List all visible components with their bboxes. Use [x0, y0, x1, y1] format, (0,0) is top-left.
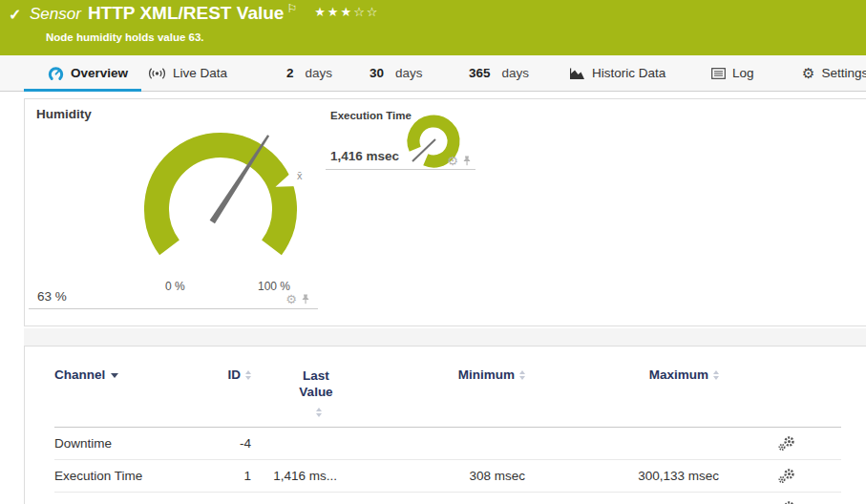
channel-settings-icon[interactable] — [778, 436, 841, 452]
header-minimum[interactable]: Minimum — [458, 368, 525, 382]
humidity-panel-actions: ⚙ — [285, 293, 310, 305]
cell-maximum: 300,133 msec — [638, 469, 719, 483]
prtg-sensor-page: ✓ SensorHTTP XML/REST Value⚐★★★☆☆ Node h… — [0, 0, 866, 504]
tab-30-days-number: 30 — [370, 66, 384, 80]
tab-log[interactable]: Log — [711, 55, 754, 91]
sort-up-arrow — [316, 408, 322, 411]
header-last-line2: Value — [299, 385, 332, 399]
area-chart-icon — [569, 67, 585, 79]
stars-empty[interactable]: ☆☆ — [353, 5, 379, 19]
header-last-value[interactable]: Last Value — [251, 368, 337, 417]
sensor-status-message: Node humidity holds value 63. — [46, 32, 204, 43]
gear-icon: ⚙ — [802, 66, 814, 80]
active-tab-underline — [24, 89, 141, 92]
tab-365-days-unit: days — [502, 66, 530, 80]
table-row-humidity[interactable]: Humidity 0 63 % 18 % 100 % — [54, 493, 841, 504]
pin-icon[interactable] — [301, 294, 310, 304]
tab-30-days[interactable]: 30 days — [370, 55, 423, 91]
tab-365-days-number: 365 — [469, 66, 491, 80]
pin-icon[interactable] — [462, 156, 472, 166]
tab-live-data[interactable]: Live Data — [148, 55, 227, 91]
table-row-downtime[interactable]: Downtime -4 — [54, 428, 841, 460]
tab-overview[interactable]: Overview — [48, 55, 128, 91]
gauge-max-label: 100 % — [258, 280, 290, 293]
tab-historic-data-label: Historic Data — [592, 66, 665, 80]
log-list-icon — [711, 68, 726, 79]
sort-desc-icon — [111, 373, 118, 378]
execution-time-value: 1,416 msec — [330, 149, 399, 163]
priority-stars[interactable]: ★★★☆☆ — [314, 5, 379, 19]
header-maximum-label: Maximum — [649, 368, 708, 382]
sensor-kind-label: Sensor — [30, 5, 81, 23]
sort-up-arrow — [519, 370, 525, 374]
gauge-icon — [48, 66, 64, 81]
tab-2-days-unit: days — [306, 66, 333, 80]
header-id[interactable]: ID — [228, 368, 252, 382]
header-channel[interactable]: Channel — [54, 368, 118, 382]
tab-30-days-unit: days — [395, 66, 423, 80]
sort-up-arrow — [713, 370, 719, 374]
sensor-title-line: SensorHTTP XML/REST Value⚐★★★☆☆ — [30, 3, 379, 24]
header-minimum-label: Minimum — [458, 368, 515, 382]
cell-channel[interactable]: Execution Time — [54, 469, 142, 483]
humidity-gauge — [135, 118, 306, 290]
humidity-current-value: 63 % — [37, 289, 67, 304]
broadcast-icon — [148, 67, 166, 80]
cell-id: -4 — [240, 436, 251, 451]
flag-icon[interactable]: ⚐ — [286, 2, 297, 15]
tab-log-label: Log — [732, 66, 754, 80]
tab-365-days[interactable]: 365 days — [469, 55, 529, 91]
channels-table: Channel ID Last Value Minimum Maximum — [54, 346, 841, 504]
gauge-min-label: 0 % — [165, 280, 185, 293]
tab-overview-label: Overview — [71, 66, 128, 80]
channel-settings-icon[interactable] — [778, 469, 841, 484]
status-check-icon: ✓ — [9, 6, 21, 24]
tab-settings-label: Settings — [821, 66, 866, 80]
stars-filled[interactable]: ★★★ — [314, 5, 353, 19]
sort-icon[interactable] — [316, 408, 322, 417]
channel-settings-icon[interactable] — [778, 501, 841, 504]
tab-live-data-label: Live Data — [173, 66, 227, 80]
humidity-panel-title: Humidity — [36, 107, 92, 121]
humidity-panel: Humidity x̄ 0 % 100 % 63 % ⚙ — [29, 102, 318, 309]
sensor-title: HTTP XML/REST Value — [88, 3, 285, 23]
gear-icon[interactable]: ⚙ — [447, 155, 458, 167]
tab-2-days[interactable]: 2 days — [286, 55, 332, 91]
channels-card: Channel ID Last Value Minimum Maximum — [24, 346, 866, 504]
card-divider — [24, 328, 866, 346]
average-marker: x̄ — [297, 170, 303, 181]
table-header-row: Channel ID Last Value Minimum Maximum — [54, 346, 841, 428]
execution-time-title: Execution Time — [330, 110, 412, 121]
header-id-label: ID — [228, 368, 242, 382]
cell-last-value: 1,416 ms... — [273, 469, 337, 483]
sort-icon[interactable] — [713, 370, 719, 380]
execution-panel-actions: ⚙ — [447, 155, 472, 167]
tab-historic-data[interactable]: Historic Data — [569, 55, 665, 91]
tab-settings[interactable]: ⚙ Settings — [802, 55, 866, 91]
tab-bar: Overview Live Data 2 days 30 days 365 da… — [0, 55, 866, 92]
sensor-header: ✓ SensorHTTP XML/REST Value⚐★★★☆☆ Node h… — [0, 0, 866, 55]
sort-down-arrow — [316, 413, 322, 417]
header-channel-label: Channel — [54, 368, 105, 382]
table-row-execution-time[interactable]: Execution Time 1 1,416 ms... 308 msec 30… — [54, 460, 841, 493]
cell-id: 1 — [243, 469, 251, 483]
execution-time-panel: Execution Time 1,416 msec ⚙ — [326, 106, 475, 170]
gauges-card: Humidity x̄ 0 % 100 % 63 % ⚙ — [24, 98, 866, 326]
tab-2-days-number: 2 — [286, 66, 294, 80]
header-last-line1: Last — [303, 368, 329, 383]
header-maximum[interactable]: Maximum — [649, 368, 719, 382]
cell-channel[interactable]: Downtime — [54, 436, 112, 451]
sort-down-arrow — [519, 376, 525, 380]
cell-minimum: 308 msec — [469, 469, 525, 483]
sort-down-arrow — [713, 376, 719, 380]
gear-icon[interactable]: ⚙ — [285, 293, 297, 305]
sort-icon[interactable] — [519, 370, 525, 380]
